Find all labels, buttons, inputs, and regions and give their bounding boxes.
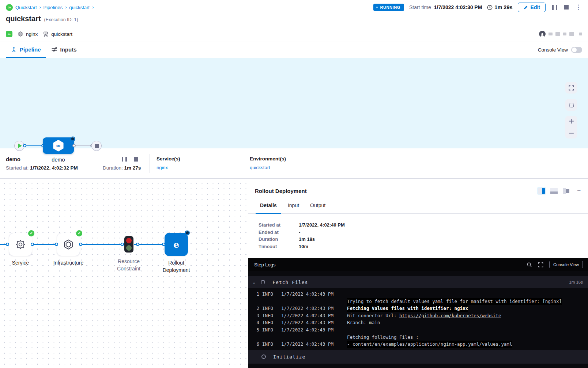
step-label-rollout-deployment: Rollout Deployment <box>158 259 195 274</box>
step-logs-console: Step Logs Console View ⌄ Fetch Files 1m … <box>248 258 588 368</box>
detail-value: 1/7/2022, 4:02:40 PM <box>299 221 345 229</box>
log-message: Fetching following Files : <box>347 334 588 341</box>
stop-stage-button[interactable] <box>133 156 139 162</box>
stage-graph-canvas[interactable]: ∞ demo <box>0 58 588 148</box>
log-line: Fetching following Files : <box>248 334 588 341</box>
step-node-resource-constraint[interactable] <box>124 236 133 253</box>
pause-stage-button[interactable] <box>120 156 128 162</box>
port <box>136 243 139 246</box>
log-section-duration: 1m 16s <box>569 280 583 284</box>
log-message: Fetching Values files with identifier: n… <box>347 305 468 312</box>
breadcrumb-quickstart[interactable]: Quickstart <box>15 5 37 10</box>
step-graph-canvas[interactable]: ✓ ✓ e Service Infrastructure Resource Co… <box>0 179 248 368</box>
traffic-light-red-icon <box>126 238 132 243</box>
console-view-button[interactable]: Console View <box>549 261 583 268</box>
environment-chip[interactable]: quickstart <box>43 31 72 37</box>
person-icon <box>540 32 545 37</box>
view-tabs: Pipeline Inputs Console View <box>0 42 588 58</box>
service-chip[interactable]: nginx <box>18 31 38 37</box>
breadcrumb-pipelines[interactable]: Pipelines <box>44 5 63 10</box>
zoom-out-button[interactable] <box>568 130 574 136</box>
selection-mode-button[interactable] <box>565 99 577 111</box>
expand-logs-icon[interactable] <box>538 262 543 268</box>
rollout-deployment-icon: e <box>173 239 179 250</box>
detail-value: 1m 18s <box>299 236 315 243</box>
port <box>72 144 76 147</box>
meta-row: ∞ nginx quickstart <box>0 26 588 42</box>
gear-icon <box>15 239 26 250</box>
log-body[interactable]: 1 INFO 1/7/2022 4:02:43 PM Trying to fet… <box>248 288 588 350</box>
step-node-infrastructure[interactable] <box>57 233 80 256</box>
log-line: 4 INFO 1/7/2022 4:02:43 PM Branch: main <box>248 319 588 326</box>
cd-module-icon: ∞ <box>6 31 12 37</box>
detail-label: Started at <box>259 221 299 229</box>
console-view-toggle[interactable] <box>571 47 582 53</box>
zoom-in-button[interactable] <box>568 118 574 124</box>
log-message: Branch: main <box>347 319 588 326</box>
layout-split-right-button[interactable] <box>538 188 545 194</box>
redacted-username <box>563 33 566 35</box>
step-node-rollout-deployment[interactable]: e <box>165 233 188 256</box>
pencil-icon <box>523 5 528 10</box>
environment-chip-label: quickstart <box>51 31 72 37</box>
stage-summary-bar: demo Started at: 1/7/2022, 4:02:32 PM Du… <box>0 148 588 179</box>
tab-details[interactable]: Details <box>256 198 281 214</box>
log-timestamp: 1/7/2022 4:02:43 PM <box>281 312 344 319</box>
log-line: 1 INFO 1/7/2022 4:02:43 PM <box>248 291 588 298</box>
log-section-initialize[interactable]: Initialize <box>248 350 588 364</box>
inputs-icon <box>51 46 57 53</box>
console-view-label: Console View <box>538 47 568 53</box>
log-section-fetch-files[interactable]: ⌄ Fetch Files 1m 16s <box>248 276 588 288</box>
infrastructure-hexagon-icon <box>63 239 74 250</box>
log-line-number: 3 <box>253 312 259 319</box>
label-line: Resource <box>118 258 140 264</box>
edit-button[interactable]: Edit <box>518 3 546 12</box>
stage-node-demo[interactable]: ∞ <box>43 137 74 154</box>
tab-output[interactable]: Output <box>306 198 330 214</box>
log-line: 2 INFO 1/7/2022 4:02:43 PM Fetching Valu… <box>248 305 588 312</box>
top-bar: ∞ Quickstart › Pipelines › quickstart › … <box>0 0 588 15</box>
pause-execution-button[interactable] <box>551 4 558 11</box>
elapsed-time: 1m 29s <box>487 4 512 10</box>
log-section-name: Initialize <box>273 354 305 360</box>
log-level: INFO <box>262 305 278 312</box>
port <box>55 243 58 246</box>
environment-link[interactable]: quickstart <box>250 165 270 170</box>
log-line: 6 INFO 1/7/2022 4:02:43 PM - content/en/… <box>248 341 588 348</box>
step-details: Started at1/7/2022, 4:02:40 PM Ended at-… <box>248 214 588 258</box>
tab-inputs[interactable]: Inputs <box>46 42 82 58</box>
log-link[interactable]: https://github.com/kubernetes/website <box>399 313 501 318</box>
panel-title: Rollout Deployment <box>255 188 307 194</box>
log-timestamp: 1/7/2022 4:02:43 PM <box>281 305 344 312</box>
log-line-number: 5 <box>253 326 259 334</box>
tab-pipeline[interactable]: Pipeline <box>6 42 46 58</box>
breadcrumb-separator: › <box>92 5 94 10</box>
layout-bottom-button[interactable] <box>550 188 558 194</box>
gear-icon <box>18 31 23 37</box>
log-timestamp: 1/7/2022 4:02:43 PM <box>281 341 344 348</box>
start-time-label: Start time <box>409 4 431 10</box>
log-line-number: 4 <box>253 319 259 326</box>
breadcrumb-pipeline-name[interactable]: quickstart <box>69 5 90 10</box>
log-message: - content/en/examples/application/nginx-… <box>347 341 512 348</box>
more-options-button[interactable]: ⋮ <box>574 5 582 10</box>
edge <box>33 244 57 245</box>
harness-logo-icon: ∞ <box>6 4 13 11</box>
detail-label: Timeout <box>259 243 299 250</box>
log-line-number: 6 <box>253 341 259 348</box>
step-node-service[interactable] <box>9 233 32 256</box>
layout-right-panel-button[interactable] <box>563 188 570 194</box>
minimize-panel-button[interactable]: – <box>577 187 581 194</box>
log-timestamp: 1/7/2022 4:02:43 PM <box>281 326 344 334</box>
stop-execution-button[interactable] <box>564 4 569 10</box>
zoom-controls <box>565 116 577 139</box>
search-icon[interactable] <box>527 262 532 268</box>
detail-label: Duration <box>259 236 299 243</box>
log-section-name: Fetch Files <box>272 280 308 285</box>
fullscreen-canvas-button[interactable] <box>565 82 577 94</box>
chevron-down-icon[interactable]: ⌄ <box>253 280 256 285</box>
tab-input[interactable]: Input <box>283 198 304 214</box>
service-link[interactable]: nginx <box>157 165 168 170</box>
end-node[interactable] <box>91 141 102 151</box>
log-level: INFO <box>262 312 278 319</box>
